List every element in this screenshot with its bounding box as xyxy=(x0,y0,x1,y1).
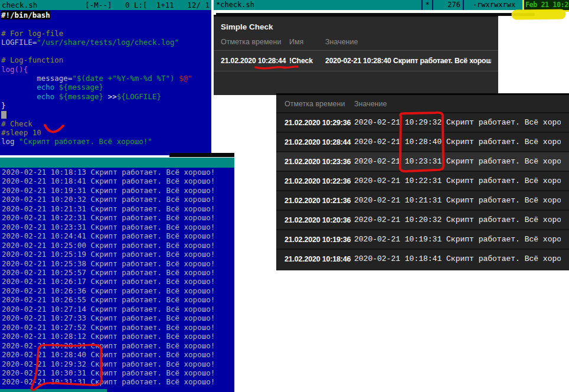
row-timestamp: 21.02.2020 10:23:36 xyxy=(284,158,354,166)
file-mtime-cell-highlighted: Feb 21 10:28 xyxy=(524,0,569,10)
panel-title: Simple Check xyxy=(214,17,498,31)
code-line: message="$(date +"%Y-%m-%d %T") $@" xyxy=(1,74,211,83)
code-editor-area[interactable]: #!/bin/bash# For log-fileLOGFILE="/usr/s… xyxy=(0,10,211,146)
row-timestamp: 21.02.2020 10:22:36 xyxy=(284,177,354,185)
table-row[interactable]: 21.02.2020 10:29:362020-02-21 10:29:32 С… xyxy=(276,112,569,132)
log-line: 2020-02-21 10:27:52 Скрипт работает. Всё… xyxy=(2,323,234,332)
code-line: #sleep 10 xyxy=(1,128,211,137)
file-perms-cell: -rwxrwxrwx xyxy=(463,0,524,10)
col-header-value: Значение xyxy=(325,38,491,46)
log-line: 2020-02-21 10:26:17 Скрипт работает. Всё… xyxy=(2,277,234,286)
code-line: # Log-function xyxy=(1,55,211,64)
log-line: 2020-02-21 10:18:41 Скрипт работает. Всё… xyxy=(2,177,234,185)
code-line xyxy=(1,19,211,28)
row-value: 2020-02-21 10:28:40 Скрипт работает. Всё… xyxy=(325,57,491,65)
log-line: 2020-02-21 10:29:32 Скрипт работает. Всё… xyxy=(2,360,234,368)
log-line: 2020-02-21 10:26:55 Скрипт работает. Всё… xyxy=(2,295,234,304)
log-line: 2020-02-21 10:28:40 Скрипт работает. Всё… xyxy=(2,350,234,359)
row-timestamp: 21.02.2020 10:19:36 xyxy=(284,236,354,244)
row-value: 2020-02-21 10:28:40 Скрипт работает. Всё… xyxy=(354,138,561,146)
log-view-area[interactable]: 2020-02-21 10:18:13 Скрипт работает. Всё… xyxy=(0,168,234,387)
mcedit-status: [-M--] 0 L:[ 1+11 12/ 1 xyxy=(85,0,210,10)
mcedit-filename: check.sh xyxy=(2,0,37,10)
log-table-header-row: Отметка времени Значение xyxy=(276,95,569,112)
code-line: LOGFILE="/usr/share/tests/log/check.log" xyxy=(1,38,211,47)
mcview-footer-strip xyxy=(0,389,107,392)
log-line: 2020-02-21 10:19:31 Скрипт работает. Всё… xyxy=(2,186,234,195)
mcedit-window: check.sh [-M--] 0 L:[ 1+11 12/ 1 #!/bin/… xyxy=(0,0,211,155)
row-value: 2020-02-21 10:19:31 Скрипт работает. Всё… xyxy=(354,235,561,244)
code-line: #!/bin/bash xyxy=(1,11,211,19)
code-line: log "Скрипт работает. Всё хорошо!" xyxy=(1,137,211,146)
table-row[interactable]: 21.02.2020 10:19:362020-02-21 10:19:31 С… xyxy=(276,229,569,249)
col-header-value: Значение xyxy=(354,100,561,108)
row-timestamp: 21.02.2020 10:28:44 xyxy=(284,138,354,146)
col-header-timestamp: Отметка времени xyxy=(284,100,354,108)
log-line: 2020-02-21 10:31:31 Скрипт работает. Всё… xyxy=(2,377,234,386)
code-line: # For log-file xyxy=(1,29,211,38)
log-line: 2020-02-21 10:22:31 Скрипт работает. Всё… xyxy=(2,213,234,222)
row-timestamp: 21.02.2020 10:18:46 xyxy=(284,255,354,263)
code-line: log(){ xyxy=(1,65,211,74)
row-value: 2020-02-21 10:23:31 Скрипт работает. Всё… xyxy=(354,157,561,166)
log-line: 2020-02-21 10:26:36 Скрипт работает. Всё… xyxy=(2,286,234,295)
row-timestamp: 21.02.2020 10:28:44 xyxy=(221,57,289,65)
log-line: 2020-02-21 10:18:13 Скрипт работает. Всё… xyxy=(2,168,234,177)
col-header-name: Имя xyxy=(289,38,325,46)
simple-check-panel: Simple Check Отметка времени Имя Значени… xyxy=(214,15,498,95)
screenshot-canvas: check.sh [-M--] 0 L:[ 1+11 12/ 1 #!/bin/… xyxy=(0,0,569,392)
code-line: } xyxy=(1,101,211,110)
log-line: 2020-02-21 10:27:14 Скрипт работает. Всё… xyxy=(2,305,234,313)
table-row[interactable]: 21.02.2020 10:23:362020-02-21 10:23:31 С… xyxy=(276,151,569,171)
log-line: 2020-02-21 10:20:32 Скрипт работает. Всё… xyxy=(2,195,234,204)
file-size-cell: 276 xyxy=(432,0,463,10)
file-mark-cell: * xyxy=(421,0,432,10)
log-line: 2020-02-21 10:28:12 Скрипт работает. Всё… xyxy=(2,332,234,341)
table-row[interactable]: 21.02.2020 10:28:442020-02-21 10:28:40 С… xyxy=(276,132,569,151)
mcview-window: /usr/share/tests/log/check.log 2020-02-2… xyxy=(0,157,234,392)
log-line: 2020-02-21 10:23:31 Скрипт работает. Всё… xyxy=(2,223,234,231)
mc-file-panel-row[interactable]: *check.sh * 276 -rwxrwxrwx Feb 21 10:28 xyxy=(214,0,569,10)
row-value: 2020-02-21 10:22:31 Скрипт работает. Всё… xyxy=(354,177,561,185)
file-name-cell[interactable]: *check.sh xyxy=(214,0,421,10)
log-history-table: Отметка времени Значение 21.02.2020 10:2… xyxy=(276,93,569,270)
log-line: 2020-02-21 10:24:41 Скрипт работает. Всё… xyxy=(2,231,234,240)
simple-check-header-row: Отметка времени Имя Значение xyxy=(214,34,498,50)
code-line xyxy=(1,110,211,119)
log-line: 2020-02-21 10:25:38 Скрипт работает. Всё… xyxy=(2,259,234,268)
window-border-bar xyxy=(169,153,234,157)
code-line: echo ${message} >>${LOGFILE} xyxy=(1,92,211,101)
table-row[interactable]: 21.02.2020 10:18:462020-02-21 10:18:41 С… xyxy=(276,249,569,268)
row-value: 2020-02-21 10:29:32 Скрипт работает. Всё… xyxy=(354,118,561,127)
table-row[interactable]: 21.02.2020 10:20:362020-02-21 10:20:32 С… xyxy=(276,210,569,229)
log-line: 2020-02-21 10:21:31 Скрипт работает. Всё… xyxy=(2,204,234,213)
row-timestamp: 21.02.2020 10:29:36 xyxy=(284,119,354,127)
code-line xyxy=(1,47,211,55)
code-line: # Check xyxy=(1,119,211,128)
row-value: 2020-02-21 10:18:41 Скрипт работает. Всё… xyxy=(354,254,561,263)
simple-check-data-row[interactable]: 21.02.2020 10:28:44 !Check 2020-02-21 10… xyxy=(214,50,498,71)
table-row[interactable]: 21.02.2020 10:21:362020-02-21 10:21:31 С… xyxy=(276,190,569,210)
mcview-titlebar: /usr/share/tests/log/check.log xyxy=(0,158,234,168)
row-value: 2020-02-21 10:21:31 Скрипт работает. Всё… xyxy=(354,196,561,205)
log-line: 2020-02-21 10:25:19 Скрипт работает. Всё… xyxy=(2,250,234,259)
code-line: echo ${message} xyxy=(1,83,211,92)
table-row[interactable]: 21.02.2020 10:22:362020-02-21 10:22:31 С… xyxy=(276,171,569,190)
row-name: !Check xyxy=(289,57,325,65)
row-value: 2020-02-21 10:20:32 Скрипт работает. Всё… xyxy=(354,215,561,224)
col-header-timestamp: Отметка времени xyxy=(221,38,289,46)
mcedit-titlebar: check.sh [-M--] 0 L:[ 1+11 12/ 1 xyxy=(0,0,211,10)
row-timestamp: 21.02.2020 10:21:36 xyxy=(284,197,354,205)
log-line: 2020-02-21 10:28:31 Скрипт работает. Всё… xyxy=(2,341,234,350)
log-line: 2020-02-21 10:25:57 Скрипт работает. Всё… xyxy=(2,268,234,277)
log-line: 2020-02-21 10:25:00 Скрипт работает. Всё… xyxy=(2,241,234,250)
log-line: 2020-02-21 10:27:33 Скрипт работает. Всё… xyxy=(2,313,234,322)
row-timestamp: 21.02.2020 10:20:36 xyxy=(284,216,354,224)
log-line: 2020-02-21 10:30:31 Скрипт работает. Всё… xyxy=(2,368,234,377)
log-table-body: 21.02.2020 10:29:362020-02-21 10:29:32 С… xyxy=(276,112,569,268)
